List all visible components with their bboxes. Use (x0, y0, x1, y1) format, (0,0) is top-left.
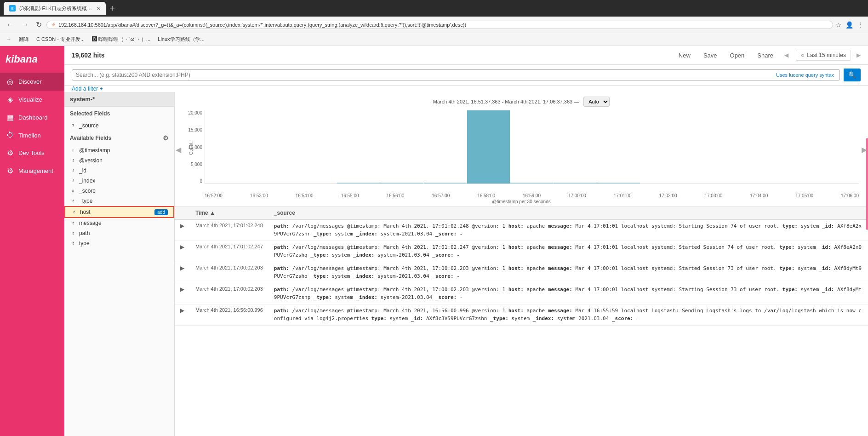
profile-icon[interactable]: 👤 (845, 20, 854, 29)
bookmark-arrows[interactable]: → (4, 36, 14, 43)
field-name: _type (79, 198, 169, 204)
sidebar-label-discover: Discover (18, 78, 42, 85)
divider: ◀ (784, 52, 788, 58)
bookmark-translate[interactable]: 翻译 (16, 35, 32, 44)
expand-button[interactable]: ▶ (180, 223, 184, 229)
refresh-button[interactable]: ↻ (33, 19, 45, 30)
time-range-picker[interactable]: ○ Last 15 minutes (796, 50, 851, 61)
expand-button[interactable]: ▶ (180, 244, 184, 250)
expand-button[interactable]: ▶ (180, 286, 184, 293)
x-label: 17:05:00 (795, 193, 813, 198)
chart-bar (467, 110, 510, 184)
col-expand (175, 207, 190, 219)
field-type-icon: t (70, 178, 76, 184)
forward-button[interactable]: → (18, 20, 31, 30)
add-filter-label: Add a filter + (72, 86, 103, 92)
table-header-row: Time ▲ _source (175, 207, 868, 219)
share-button[interactable]: Share (754, 50, 777, 61)
back-button[interactable]: ← (4, 20, 17, 30)
x-label: 16:57:00 (432, 193, 450, 198)
field-name: _score (79, 188, 169, 194)
expand-button[interactable]: ▶ (180, 307, 184, 314)
available-fields-section: Available Fields ⚙ (64, 131, 174, 145)
address-bar[interactable]: ⚠ 192.168.184.10:5601/app/kibana#/discov… (46, 21, 833, 29)
time-range-label: Last 15 minutes (807, 52, 846, 58)
field-timestamp[interactable]: ○ @timestamp (64, 145, 174, 155)
sidebar-item-visualize[interactable]: ◈ Visualize (0, 91, 64, 109)
chart-timestamp-label: @timestamp per 30 seconds (184, 199, 859, 204)
time-cell: March 4th 2021, 17:01:02.248 (190, 219, 268, 241)
app-container: kibana ◎ Discover ◈ Visualize ▦ Dashboar… (0, 46, 868, 436)
field-source[interactable]: ? _source (64, 120, 174, 131)
search-button[interactable]: 🔍 (844, 69, 861, 81)
sidebar-item-management[interactable]: ⚙ Management (0, 162, 64, 180)
sidebar-nav: ◎ Discover ◈ Visualize ▦ Dashboard ⏱ Tim… (0, 73, 64, 436)
timelion-icon: ⏱ (6, 131, 15, 139)
field-name: type (79, 240, 169, 247)
field-index[interactable]: t _index (64, 176, 174, 186)
lucene-hint[interactable]: Uses lucene query syntax (776, 72, 834, 78)
new-tab-button[interactable]: + (106, 3, 119, 14)
x-label: 16:53:00 (250, 193, 268, 198)
kibana-logo: kibana (0, 46, 64, 73)
expand-button[interactable]: ▶ (180, 265, 184, 271)
field-version[interactable]: t @version (64, 155, 174, 166)
field-type-icon: t (70, 230, 76, 236)
field-message[interactable]: t message (64, 218, 174, 228)
x-label: 17:01:00 (614, 193, 632, 198)
sidebar-item-devtools[interactable]: ⚙ Dev Tools (0, 144, 64, 162)
field-id[interactable]: t _id (64, 166, 174, 176)
table-row: ▶March 4th 2021, 17:00:02.203path: /var/… (175, 283, 868, 304)
toolbar-actions: New Save Open Share ◀ ○ Last 15 minutes … (675, 50, 861, 61)
x-label: 16:52:00 (205, 193, 223, 198)
nav-icons: ☆ 👤 ⋮ (835, 20, 864, 29)
search-input[interactable] (76, 72, 776, 78)
security-icon: ⚠ (51, 22, 56, 27)
field-type-2[interactable]: t type (64, 238, 174, 248)
sidebar-label-devtools: Dev Tools (18, 149, 45, 156)
bookmark-csdn[interactable]: C CSDN - 专业开发... (34, 35, 87, 44)
clock-icon: ○ (801, 52, 804, 58)
menu-icon[interactable]: ⋮ (856, 20, 864, 29)
time-nav-right[interactable]: ▶ (857, 52, 861, 58)
x-label: 16:59:00 (523, 193, 541, 198)
add-field-button[interactable]: add (154, 209, 168, 215)
fields-settings-icon[interactable]: ⚙ (163, 134, 169, 142)
time-cell: March 4th 2021, 17:01:02.247 (190, 241, 268, 262)
field-host[interactable]: t host add (64, 206, 174, 218)
index-pattern[interactable]: system-* (64, 92, 174, 107)
y-label-5k: 5,000 (191, 162, 202, 167)
chart-x-labels: 16:52:0016:53:0016:54:0016:55:0016:56:00… (205, 193, 859, 198)
sidebar-item-timelion[interactable]: ⏱ Timelion (0, 126, 64, 144)
field-type[interactable]: t _type (64, 196, 174, 206)
new-button[interactable]: New (675, 50, 694, 61)
open-button[interactable]: Open (726, 50, 748, 61)
bookmark-bilibili[interactable]: 🅱 哔哩哔哩（・`ω´・）... (89, 35, 153, 44)
time-cell: March 4th 2021, 16:56:00.996 (190, 304, 268, 326)
table-row: ▶March 4th 2021, 17:01:02.247path: /var/… (175, 241, 868, 262)
chart-header: March 4th 2021, 16:51:37.363 - March 4th… (184, 97, 859, 107)
chart-nav-left[interactable]: ◀ (176, 145, 181, 154)
right-panel: ◀ March 4th 2021, 16:51:37.363 - March 4… (175, 92, 868, 436)
devtools-icon: ⚙ (6, 149, 15, 157)
management-icon: ⚙ (6, 166, 15, 175)
chart-bar (424, 183, 467, 184)
add-filter[interactable]: Add a filter + (72, 86, 861, 92)
search-input-wrap[interactable]: Uses lucene query syntax (72, 69, 840, 80)
bookmark-linux[interactable]: Linux学习路线（学... (155, 35, 207, 44)
y-axis-label: Count (188, 143, 194, 155)
field-score[interactable]: # _score (64, 186, 174, 196)
active-tab[interactable]: E (3条消息) ELK日志分析系统概览... × (4, 2, 106, 15)
chart-bar (380, 183, 423, 184)
sidebar-item-discover[interactable]: ◎ Discover (0, 73, 64, 91)
field-path[interactable]: t path (64, 228, 174, 238)
col-time-header[interactable]: Time ▲ (190, 207, 268, 219)
chart-bar (554, 183, 597, 184)
bookmark-icon[interactable]: ☆ (835, 20, 843, 29)
content-area: system-* Selected Fields ? _source Avail… (64, 92, 868, 436)
chart-interval-select[interactable]: Auto (583, 97, 610, 107)
tab-close-button[interactable]: × (97, 5, 100, 12)
sidebar-item-dashboard[interactable]: ▦ Dashboard (0, 109, 64, 126)
field-name: @version (79, 157, 169, 164)
save-button[interactable]: Save (700, 50, 721, 61)
